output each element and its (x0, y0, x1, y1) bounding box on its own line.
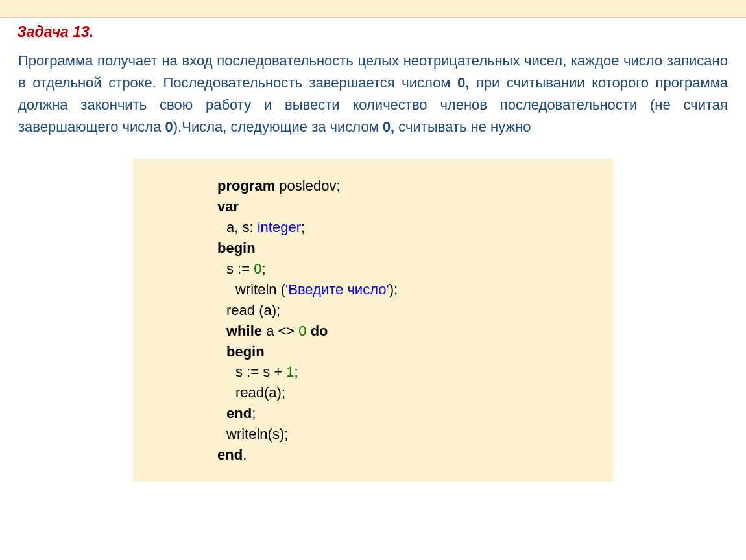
code-line: read(a); (217, 382, 600, 403)
code-text: writeln(s); (226, 426, 288, 442)
code-text: a <> (262, 323, 298, 339)
problem-bold-zero-1: 0, (457, 75, 476, 91)
code-text: s := s + (235, 364, 286, 380)
code-text: . (243, 447, 247, 463)
code-line: s := s + 1; (217, 362, 600, 382)
code-text: a, s: (226, 219, 258, 235)
code-line: begin (217, 342, 600, 362)
keyword-end: end (226, 405, 252, 421)
code-line: a, s: integer; (217, 217, 600, 238)
code-line: program posledov; (217, 176, 600, 196)
problem-bold-zero-3: 0, (383, 119, 398, 135)
code-line: end; (217, 403, 600, 424)
code-block: program posledov; var a, s: integer; beg… (133, 159, 613, 482)
code-text: ); (389, 281, 398, 298)
keyword-end: end (217, 447, 243, 463)
type-integer: integer (258, 219, 301, 235)
code-line: begin (217, 238, 600, 259)
code-line: end. (217, 445, 600, 465)
code-line: var (217, 196, 600, 217)
code-text: read(a); (235, 384, 285, 401)
code-line: s := 0; (217, 259, 600, 279)
document-content: Задача 13. Программа получает на вход по… (0, 18, 746, 482)
string-literal: 'Введите число' (285, 281, 389, 298)
literal-zero: 0 (298, 323, 306, 339)
top-bar (0, 0, 746, 18)
code-line: while a <> 0 do (217, 321, 600, 342)
problem-statement: Программа получает на вход последователь… (18, 50, 728, 138)
code-text: ; (261, 261, 265, 277)
problem-bold-zero-2: 0 (165, 119, 173, 135)
task-title: Задача 13. (17, 23, 730, 41)
code-text: writeln ( (235, 281, 285, 298)
code-text: read (a); (226, 302, 280, 318)
code-line: writeln(s); (217, 424, 600, 445)
code-text: ; (252, 405, 256, 421)
code-text: s := (226, 261, 254, 277)
keyword-begin: begin (217, 240, 256, 256)
code-line: writeln ('Введите число'); (217, 279, 600, 300)
code-text: ; (295, 364, 298, 380)
problem-text: ).Числа, следующие за числом (173, 119, 383, 135)
problem-text: считывать не нужно (398, 119, 531, 135)
code-line: read (a); (217, 300, 600, 321)
keyword-var: var (217, 198, 239, 215)
keyword-begin: begin (226, 344, 265, 360)
keyword-while: while (226, 323, 262, 339)
code-text: ; (301, 219, 305, 235)
keyword-do: do (311, 323, 328, 339)
code-text: posledov; (275, 178, 340, 194)
keyword-program: program (217, 178, 275, 194)
literal-zero: 0 (254, 261, 261, 277)
literal-one: 1 (286, 364, 294, 380)
